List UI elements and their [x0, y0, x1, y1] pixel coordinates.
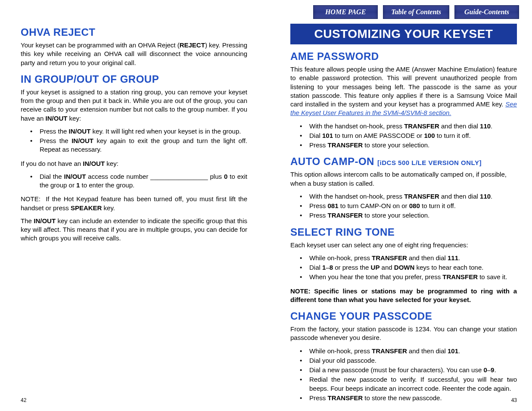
list-item: Dial 1–8 or press the UP and DOWN keys t… — [303, 263, 517, 272]
left-column: OHVA REJECT Your keyset can be programme… — [21, 24, 252, 398]
para-pass: From the factory, your station passcode … — [290, 325, 517, 342]
list-item: Dial the IN/OUT access code number _____… — [34, 172, 247, 190]
heading-ohva-reject: OHVA REJECT — [21, 26, 247, 38]
link-svmi[interactable]: See the Keyset User Features in the SVMi… — [290, 100, 517, 116]
list-group-2: Dial the IN/OUT access code number _____… — [21, 172, 247, 190]
heading-auto-camp-on: AUTO CAMP-ON [iDCS 500 L/LE VERSION ONLY… — [290, 156, 517, 168]
nav-guide-button[interactable]: Guide-Contents — [454, 5, 519, 19]
list-item: Press the IN/OUT key. It will light red … — [34, 127, 247, 136]
content-columns: OHVA REJECT Your keyset can be programme… — [21, 24, 517, 398]
heading-ame-password: AME PASSWORD — [290, 50, 517, 62]
list-item: Press 081 to turn CAMP-ON on or 080 to t… — [303, 202, 517, 210]
para-ohva: Your keyset can be programmed with an OH… — [21, 41, 247, 67]
list-item: While on-hook, press TRANSFER and then d… — [303, 254, 517, 262]
page-number-right: 43 — [511, 397, 517, 403]
list-pass: While on-hook, press TRANSFER and then d… — [290, 347, 517, 403]
para-group-1: If your keyset is assigned to a station … — [21, 88, 247, 123]
nav-toc-button[interactable]: Table of Contents — [383, 5, 449, 19]
list-item: While on-hook, press TRANSFER and then d… — [303, 347, 517, 355]
list-item: Dial a new passcode (must be four charac… — [303, 366, 517, 374]
para-ame: This feature allows people using the AME… — [290, 65, 517, 118]
list-item: Press TRANSFER to store the new passcode… — [303, 394, 517, 402]
list-ame: With the handset on-hook, press TRANSFER… — [290, 122, 517, 150]
page-number-left: 42 — [21, 397, 26, 403]
list-item: With the handset on-hook, press TRANSFER… — [303, 122, 517, 131]
nav-home-button[interactable]: HOME PAGE — [313, 5, 378, 19]
list-item: Press the IN/OUT key again to exit the g… — [34, 137, 247, 154]
list-item: Dial your old passcode. — [303, 356, 517, 365]
list-item: Dial 101 to turn on AME PASSCODE or 100 … — [303, 131, 517, 140]
para-group-note: NOTE: If the Hot Keypad feature has been… — [21, 195, 247, 212]
list-camp: With the handset on-hook, press TRANSFER… — [290, 192, 517, 220]
list-ring: While on-hook, press TRANSFER and then d… — [290, 254, 517, 282]
list-item: With the handset on-hook, press TRANSFER… — [303, 192, 517, 201]
banner-customizing: CUSTOMIZING YOUR KEYSET — [290, 24, 517, 44]
para-group-4: The IN/OUT key can include an extender t… — [21, 217, 247, 243]
list-item: Press TRANSFER to store your selection. — [303, 141, 517, 149]
para-group-2: If you do not have an IN/OUT key: — [21, 159, 247, 168]
heading-change-passcode: CHANGE YOUR PASSCODE — [290, 310, 517, 322]
heading-in-out-group: IN GROUP/OUT OF GROUP — [21, 73, 247, 85]
list-item: When you hear the tone that you prefer, … — [303, 273, 517, 281]
list-group-1: Press the IN/OUT key. It will light red … — [21, 127, 247, 154]
note-ring: NOTE: Specific lines or stations may be … — [290, 287, 517, 305]
para-ring: Each keyset user can select any one of e… — [290, 241, 517, 249]
heading-select-ring-tone: SELECT RING TONE — [290, 226, 517, 238]
right-column: CUSTOMIZING YOUR KEYSET AME PASSWORD Thi… — [286, 24, 517, 398]
list-item: Redial the new passcode to verify. If su… — [303, 375, 517, 393]
nav-bar: HOME PAGE Table of Contents Guide-Conten… — [313, 5, 519, 19]
list-item: Press TRANSFER to store your selection. — [303, 211, 517, 220]
para-camp: This option allows intercom calls to be … — [290, 170, 517, 188]
